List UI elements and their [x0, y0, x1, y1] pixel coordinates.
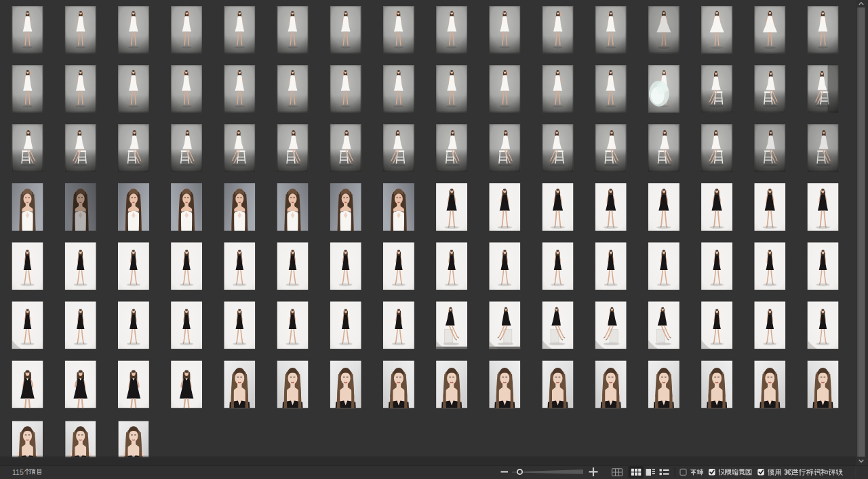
svg-text:115: 115: [12, 468, 24, 476]
